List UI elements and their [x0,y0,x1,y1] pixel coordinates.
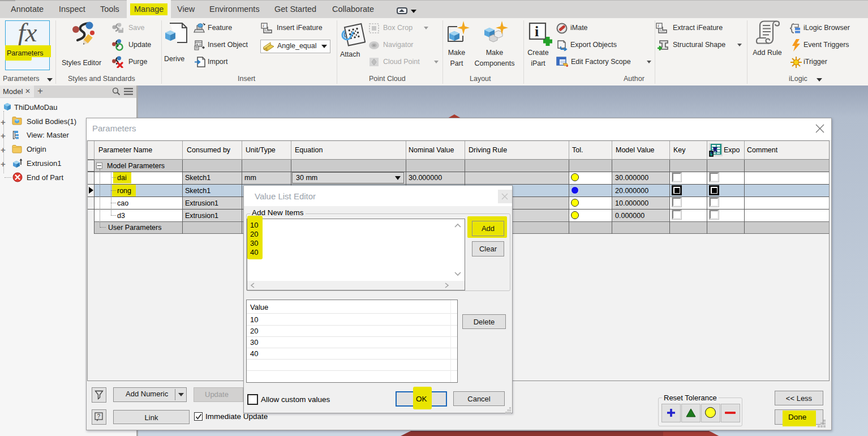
svg-text:?: ? [97,413,101,420]
svg-text:i: i [658,23,659,28]
svg-text:i: i [535,23,539,40]
svg-text:i: i [263,23,264,28]
